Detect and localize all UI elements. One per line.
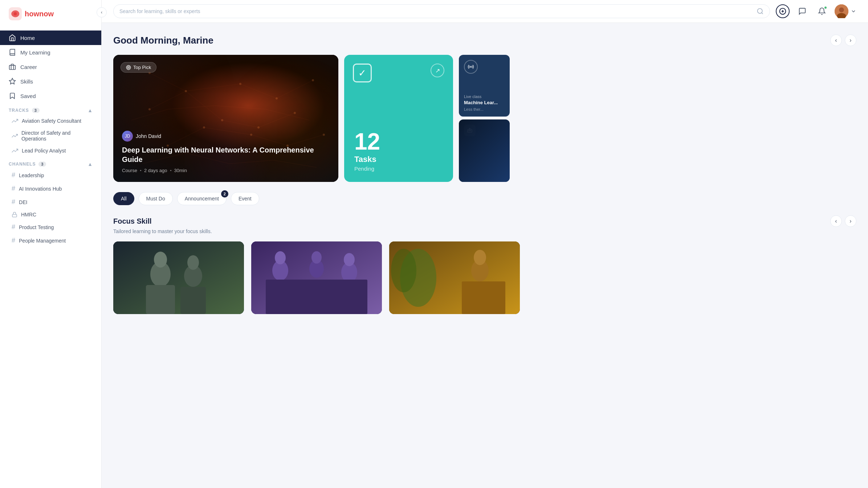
channels-section-header[interactable]: CHANNELS 3 ▲ <box>0 157 101 168</box>
machine-card-content: Live class Machine Lear... Less ther... <box>464 94 505 111</box>
tasks-count: 12 <box>354 130 380 153</box>
topbar <box>102 0 868 23</box>
sidebar-item-dei[interactable]: # DEI <box>0 195 101 209</box>
sidebar-item-home[interactable]: Home <box>0 30 101 45</box>
svg-point-67 <box>311 251 322 264</box>
card-meta: Course 2 days ago 30min <box>122 168 330 173</box>
sidebar-item-hmrc[interactable]: HMRC <box>0 209 101 220</box>
tasks-arrow-button[interactable]: ↗ <box>431 64 444 77</box>
svg-point-50 <box>470 66 472 68</box>
author-name: John David <box>136 133 161 139</box>
greeting-text: Good Morning, Marine <box>113 35 213 46</box>
notification-dot <box>824 6 827 9</box>
logo[interactable]: hownow <box>0 0 101 28</box>
svg-point-36 <box>276 97 278 99</box>
svg-rect-55 <box>113 241 244 314</box>
user-avatar-button[interactable] <box>835 4 856 18</box>
sidebar-item-career[interactable]: Career <box>0 60 101 74</box>
notifications-button[interactable] <box>815 4 829 18</box>
sidebar-item-lead-policy[interactable]: Lead Policy Analyst <box>0 145 101 157</box>
skill-card-1[interactable] <box>113 241 244 314</box>
carousel-arrows: ‹ › <box>830 34 856 46</box>
sidebar-item-leadership[interactable]: # Leadership <box>0 168 101 182</box>
greeting-row: Good Morning, Marine ‹ › <box>113 34 856 46</box>
hash-icon-leadership: # <box>12 171 15 179</box>
announcement-badge: 2 <box>221 190 228 198</box>
top-pick-text: Top Pick <box>133 65 151 70</box>
next-arrow[interactable]: › <box>845 34 856 46</box>
prev-arrow[interactable]: ‹ <box>830 34 842 46</box>
director-label: Director of Safety and Operations <box>21 130 93 142</box>
svg-point-69 <box>344 253 355 266</box>
avatar <box>835 4 848 18</box>
main-content: Good Morning, Marine ‹ › <box>102 0 868 488</box>
machine-time: Less ther... <box>464 107 484 111</box>
focus-skill-title: Focus Skill <box>113 217 152 225</box>
track-icon-2 <box>12 133 18 139</box>
aviation-label: Aviation Safety Consultant <box>22 118 81 124</box>
sidebar-item-saved[interactable]: Saved <box>0 89 101 103</box>
channels-count: 3 <box>38 162 46 167</box>
message-icon <box>798 7 806 15</box>
channels-chevron-icon: ▲ <box>87 161 93 167</box>
search-icon <box>757 8 764 15</box>
filter-announcement[interactable]: Announcement 2 <box>177 192 227 205</box>
home-icon <box>9 34 16 41</box>
hownow-logo <box>9 7 22 20</box>
add-button[interactable] <box>776 4 790 18</box>
search-input[interactable] <box>119 8 754 14</box>
sidebar-saved-label: Saved <box>20 93 36 99</box>
people-management-label: People Management <box>19 238 66 244</box>
skill-prev-arrow[interactable]: ‹ <box>830 215 842 227</box>
sidebar-item-director-safety[interactable]: Director of Safety and Operations <box>0 127 101 145</box>
hash-icon-people: # <box>12 237 15 244</box>
messages-button[interactable] <box>795 4 809 18</box>
top-pick-badge: Top Pick <box>121 62 156 73</box>
filter-must-do[interactable]: Must Do <box>139 192 173 205</box>
svg-rect-60 <box>146 285 175 314</box>
machine-learning-card[interactable]: Live class Machine Lear... Less ther... <box>459 55 510 182</box>
svg-line-17 <box>150 91 186 109</box>
hero-card-content: JD John David Deep Learning with Neural … <box>113 122 338 182</box>
sidebar-my-learning-label: My Learning <box>20 49 50 56</box>
skill-carousel-arrows: ‹ › <box>830 215 856 227</box>
sidebar-item-people-management[interactable]: # People Management <box>0 234 101 247</box>
card-author: JD John David <box>122 131 330 142</box>
track-icon-1 <box>12 118 18 124</box>
announcement-label: Announcement <box>185 196 219 202</box>
tracks-section-header[interactable]: TRACKS 3 ▲ <box>0 103 101 115</box>
briefcase-icon <box>9 63 16 70</box>
card-type: Course <box>122 168 137 173</box>
svg-rect-2 <box>9 65 16 70</box>
machine-card-top: Live class Machine Lear... Less ther... <box>459 55 510 117</box>
deep-learning-card[interactable]: Top Pick JD John David Deep Learning wit… <box>113 55 338 182</box>
svg-point-57 <box>154 252 167 268</box>
skill-card-3[interactable] <box>389 241 520 314</box>
svg-line-6 <box>762 13 763 14</box>
skill-card-2[interactable] <box>251 241 382 314</box>
machine-card-title: Machine Lear... <box>464 100 505 106</box>
filter-all[interactable]: All <box>113 192 134 205</box>
filter-event[interactable]: Event <box>231 192 259 205</box>
hash-icon-dei: # <box>12 198 15 206</box>
sidebar-item-skills[interactable]: Skills <box>0 74 101 89</box>
tasks-card[interactable]: ✓ ↗ 12 Tasks Pending <box>344 55 453 182</box>
svg-line-18 <box>186 91 222 120</box>
author-avatar: JD <box>122 131 133 142</box>
svg-line-29 <box>131 109 168 120</box>
sidebar-item-product-testing[interactable]: # Product Testing <box>0 220 101 234</box>
hash-icon-ai: # <box>12 185 15 192</box>
sidebar-item-ai-hub[interactable]: # AI Innovations Hub <box>0 182 101 195</box>
sidebar-collapse-button[interactable]: ‹ <box>97 7 107 17</box>
sidebar-item-aviation-safety[interactable]: Aviation Safety Consultant <box>0 115 101 127</box>
plus-circle-icon <box>779 8 786 15</box>
sidebar-item-my-learning[interactable]: My Learning <box>0 45 101 60</box>
svg-point-39 <box>221 119 223 121</box>
svg-line-14 <box>186 84 240 91</box>
search-bar[interactable] <box>113 4 770 18</box>
machine-card-type: Live class <box>464 94 505 99</box>
svg-line-13 <box>150 73 186 91</box>
skill-next-arrow[interactable]: › <box>845 215 856 227</box>
filter-row: All Must Do Announcement 2 Event <box>113 192 856 205</box>
svg-rect-70 <box>266 280 367 314</box>
